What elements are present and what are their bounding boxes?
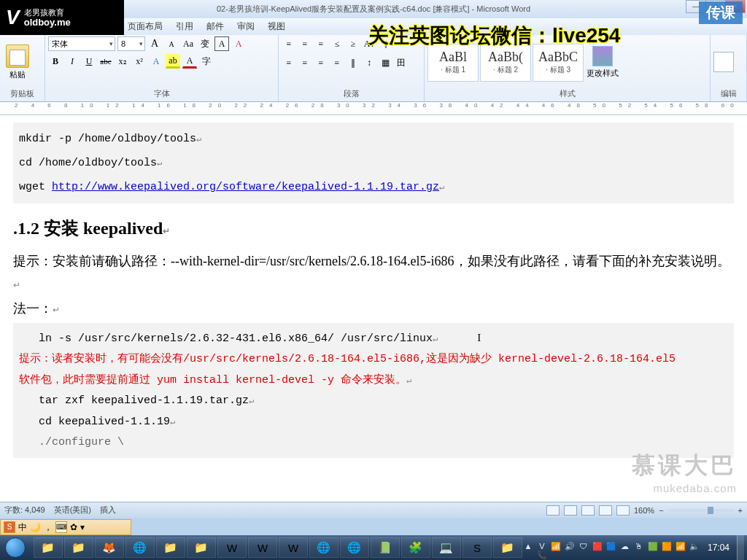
- tray-icon-0[interactable]: ▲: [522, 542, 534, 553]
- status-word-count[interactable]: 字数: 4,049: [4, 505, 45, 516]
- border-button[interactable]: 田: [394, 55, 409, 70]
- shrink-font-button[interactable]: A: [164, 36, 179, 51]
- taskbar-app-10[interactable]: 🌐: [340, 537, 369, 558]
- underline-button[interactable]: U: [82, 54, 96, 69]
- view-print-layout-button[interactable]: [546, 505, 560, 516]
- ime-toolbar[interactable]: S 中 🌙 ， ⌨ ✿ ▾: [0, 519, 131, 535]
- change-styles-button[interactable]: 更改样式: [587, 46, 619, 79]
- taskbar-app-15[interactable]: 📁: [493, 537, 522, 558]
- style-heading2[interactable]: AaBb(· 标题 2: [480, 44, 531, 82]
- superscript-button[interactable]: x²: [132, 54, 147, 69]
- tab-page-layout[interactable]: 页面布局: [128, 20, 163, 33]
- distribute-button[interactable]: ‖: [346, 55, 360, 70]
- ime-punct-button[interactable]: ，: [44, 521, 53, 534]
- style-heading3[interactable]: AaBbC· 标题 3: [533, 44, 584, 82]
- taskbar-app-14[interactable]: S: [462, 537, 492, 558]
- tray-icon-1[interactable]: V📞: [536, 542, 548, 553]
- tray-icon-5[interactable]: 🟥: [592, 542, 603, 553]
- bullets-button[interactable]: ≡: [282, 36, 296, 51]
- highlight-button[interactable]: ab: [166, 54, 180, 69]
- zoom-level[interactable]: 160%: [634, 506, 654, 515]
- zoom-slider[interactable]: [668, 509, 734, 512]
- group-styles-label: 样式: [427, 88, 707, 100]
- taskbar-app-13[interactable]: 💻: [432, 537, 461, 558]
- tab-view[interactable]: 视图: [268, 20, 285, 33]
- sort-button[interactable]: A↓: [362, 36, 376, 51]
- view-fullscreen-button[interactable]: [564, 505, 577, 516]
- paste-button[interactable]: 粘贴: [3, 44, 32, 80]
- start-button[interactable]: [0, 535, 31, 560]
- ime-sogou-icon[interactable]: S: [4, 521, 15, 533]
- tray-icon-2[interactable]: 📶: [550, 542, 562, 553]
- tray-icon-10[interactable]: 🟧: [661, 542, 673, 553]
- ime-settings-button[interactable]: ✿: [70, 522, 77, 532]
- taskbar-app-3[interactable]: 🌐: [125, 537, 155, 558]
- taskbar-app-6[interactable]: W: [217, 537, 247, 558]
- tray-icon-6[interactable]: 🟦: [605, 542, 617, 553]
- char-border-button[interactable]: A: [214, 36, 229, 51]
- phonetic-guide-button[interactable]: 变: [198, 36, 212, 51]
- bold-button[interactable]: B: [48, 54, 63, 69]
- view-web-button[interactable]: [581, 505, 595, 516]
- shading-button[interactable]: ▦: [378, 55, 392, 70]
- tray-icon-4[interactable]: 🛡: [578, 542, 589, 553]
- align-center-button[interactable]: ≡: [298, 55, 312, 70]
- align-left-button[interactable]: ≡: [282, 55, 296, 70]
- taskbar-clock[interactable]: 17:04: [703, 542, 734, 553]
- taskbar-app-5[interactable]: 📁: [187, 537, 216, 558]
- tray-icon-11[interactable]: 📶: [675, 542, 686, 553]
- taskbar-app-1[interactable]: 📁: [64, 537, 93, 558]
- taskbar-app-9[interactable]: 🌐: [309, 537, 338, 558]
- enclosed-char-button[interactable]: 字: [199, 54, 214, 69]
- tray-icon-12[interactable]: 🔈: [689, 542, 700, 553]
- tray-icon-3[interactable]: 🔊: [564, 542, 576, 553]
- subscript-button[interactable]: x₂: [115, 54, 130, 69]
- font-color-button[interactable]: A: [182, 54, 197, 69]
- view-draft-button[interactable]: [616, 505, 630, 516]
- horizontal-ruler[interactable]: 2 4 6 8 10 12 14 16 18 20 22 24 26 28 30…: [0, 102, 747, 115]
- tray-icon-8[interactable]: 🖱: [633, 542, 645, 553]
- tab-mail[interactable]: 邮件: [206, 20, 224, 33]
- taskbar-app-4[interactable]: 📁: [156, 537, 185, 558]
- editing-button[interactable]: [713, 52, 734, 74]
- line-spacing-button[interactable]: ↕: [362, 55, 376, 70]
- increase-indent-button[interactable]: ≥: [346, 36, 360, 51]
- ime-moon-icon[interactable]: 🌙: [30, 522, 41, 532]
- ime-softkb-button[interactable]: ⌨: [55, 521, 67, 533]
- ime-lang-button[interactable]: 中: [18, 521, 27, 534]
- zoom-out-button[interactable]: −: [659, 506, 663, 515]
- font-name-combo[interactable]: 宋体: [48, 36, 115, 51]
- clear-format-button[interactable]: A: [231, 36, 246, 51]
- status-insert-mode[interactable]: 插入: [100, 505, 116, 516]
- taskbar-app-0[interactable]: 📁: [34, 537, 63, 558]
- numbering-button[interactable]: ≡: [298, 36, 312, 51]
- zoom-in-button[interactable]: +: [738, 506, 743, 515]
- decrease-indent-button[interactable]: ≤: [330, 36, 344, 51]
- strike-button[interactable]: abc: [98, 54, 113, 69]
- grow-font-button[interactable]: A: [147, 36, 162, 51]
- show-marks-button[interactable]: ¶: [378, 36, 392, 51]
- tray-icon-9[interactable]: 🟩: [647, 542, 659, 553]
- status-language[interactable]: 英语(美国): [54, 505, 91, 516]
- taskbar-app-11[interactable]: 📗: [371, 537, 400, 558]
- ime-menu-button[interactable]: ▾: [80, 522, 85, 532]
- multilevel-button[interactable]: ≡: [314, 36, 328, 51]
- taskbar-app-12[interactable]: 🧩: [401, 537, 430, 558]
- taskbar-app-2[interactable]: 🦊: [95, 537, 124, 558]
- style-heading1[interactable]: AaBl· 标题 1: [427, 44, 479, 82]
- taskbar-app-8[interactable]: W: [279, 537, 308, 558]
- text-effect-button[interactable]: A: [149, 54, 163, 69]
- document-area[interactable]: mkdir -p /home/oldboy/tools↵ cd /home/ol…: [0, 115, 747, 502]
- show-desktop-button[interactable]: [737, 535, 744, 560]
- italic-button[interactable]: I: [65, 54, 80, 69]
- font-size-combo[interactable]: 8: [117, 36, 145, 51]
- tab-review[interactable]: 审阅: [237, 20, 255, 33]
- align-right-button[interactable]: ≡: [314, 55, 328, 70]
- change-case-button[interactable]: Aa: [181, 36, 196, 51]
- keepalived-download-link[interactable]: http://www.keepalived.org/software/keepa…: [52, 181, 439, 193]
- tray-icon-7[interactable]: ☁: [619, 542, 631, 553]
- taskbar-app-7[interactable]: W: [248, 537, 277, 558]
- tab-references[interactable]: 引用: [176, 20, 193, 33]
- align-justify-button[interactable]: ≡: [330, 55, 344, 70]
- view-outline-button[interactable]: [599, 505, 612, 516]
